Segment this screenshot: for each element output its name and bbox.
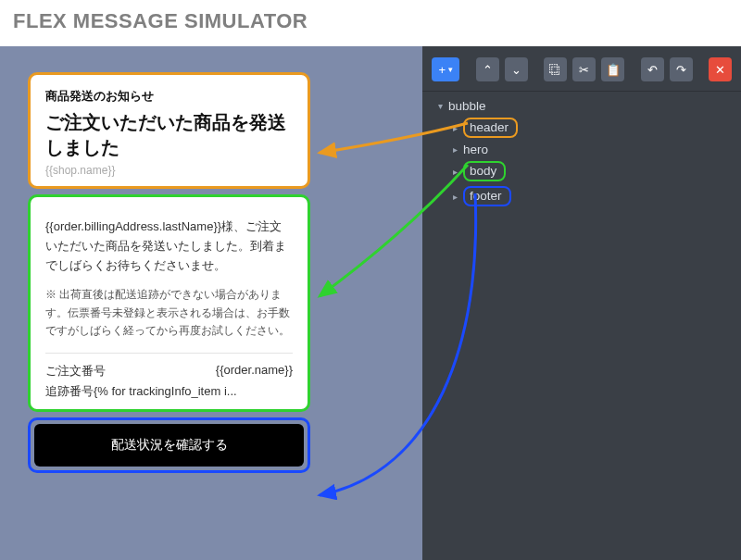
bubble-header-highlight: 商品発送のお知らせ ご注文いただいた商品を発送しました {{shop.name}…	[28, 72, 310, 189]
chevron-down-icon: ⌄	[511, 63, 521, 77]
tree-node-bubble[interactable]: ▾ bubble	[432, 97, 732, 115]
preview-panel: 商品発送のお知らせ ご注文いただいた商品を発送しました {{shop.name}…	[0, 46, 422, 560]
check-delivery-button[interactable]: 配送状況を確認する	[34, 424, 304, 467]
tree-node-header[interactable]: ▸ header	[446, 116, 732, 140]
paste-button[interactable]: 📋	[601, 57, 624, 81]
cut-icon: ✂	[579, 63, 589, 77]
tree-node-label: bubble	[448, 99, 486, 113]
toolbar: + ▾ ⌃ ⌄ ⿻ ✂ 📋 ↶ ↷ ✕	[422, 46, 741, 92]
header-shop-placeholder: {{shop.name}}	[45, 164, 293, 177]
delete-button[interactable]: ✕	[709, 57, 732, 81]
bubble-header[interactable]: 商品発送のお知らせ ご注文いただいた商品を発送しました {{shop.name}…	[31, 75, 308, 186]
order-number-row: ご注文番号 {{order.name}}	[45, 363, 293, 380]
tree-node-body[interactable]: ▸ body	[446, 159, 732, 183]
close-icon: ✕	[715, 63, 725, 77]
header-subtitle: 商品発送のお知らせ	[45, 88, 293, 105]
tree-node-label: footer	[463, 186, 511, 206]
bubble-body[interactable]: {{order.billingAddress.lastName}}様、ご注文いた…	[31, 205, 308, 409]
tree-node-label: header	[463, 118, 518, 138]
chevron-right-icon: ▸	[450, 123, 459, 133]
chevron-right-icon: ▸	[450, 167, 459, 177]
move-down-button[interactable]: ⌄	[505, 57, 528, 81]
body-paragraph: {{order.billingAddress.lastName}}様、ご注文いた…	[45, 218, 293, 275]
chevron-right-icon: ▸	[450, 144, 459, 155]
chevron-down-icon: ▾	[435, 101, 445, 111]
chevron-up-icon: ⌃	[483, 63, 493, 77]
tree-node-label: hero	[463, 143, 488, 156]
copy-button[interactable]: ⿻	[544, 57, 567, 81]
bubble-body-highlight: {{order.billingAddress.lastName}}様、ご注文いた…	[28, 194, 310, 412]
flex-bubble: 商品発送のお知らせ ご注文いただいた商品を発送しました {{shop.name}…	[28, 72, 310, 473]
tracking-number-line: 追跡番号{% for trackingInfo_item i...	[45, 383, 293, 400]
move-up-button[interactable]: ⌃	[476, 57, 499, 81]
structure-panel: + ▾ ⌃ ⌄ ⿻ ✂ 📋 ↶ ↷ ✕ ▾ bubble ▸	[422, 46, 741, 560]
copy-icon: ⿻	[549, 63, 561, 77]
redo-button[interactable]: ↷	[670, 57, 693, 81]
add-button[interactable]: + ▾	[432, 57, 459, 81]
workspace: 商品発送のお知らせ ご注文いただいた商品を発送しました {{shop.name}…	[0, 46, 741, 560]
order-number-label: ご注文番号	[45, 363, 106, 380]
undo-button[interactable]: ↶	[641, 57, 664, 81]
undo-icon: ↶	[647, 63, 658, 77]
app-title: FLEX MESSAGE SIMULATOR	[0, 0, 741, 46]
body-divider	[45, 353, 293, 354]
paste-icon: 📋	[606, 63, 621, 77]
tree-node-footer[interactable]: ▸ footer	[446, 184, 732, 208]
order-number-value: {{order.name}}	[216, 363, 293, 380]
cut-button[interactable]: ✂	[572, 57, 596, 81]
header-title: ご注文いただいた商品を発送しました	[45, 110, 293, 160]
tree-node-hero[interactable]: ▸ hero	[446, 141, 732, 158]
chevron-right-icon: ▸	[450, 192, 459, 202]
structure-tree: ▾ bubble ▸ header ▸ hero ▸ body ▸ f	[422, 92, 741, 215]
bubble-footer-highlight: 配送状況を確認する	[28, 417, 310, 473]
tree-node-label: body	[463, 161, 506, 181]
chevron-down-icon: ▾	[448, 65, 453, 74]
plus-icon: +	[438, 63, 446, 77]
redo-icon: ↷	[676, 63, 686, 77]
body-note: ※ 出荷直後は配送追跡ができない場合があります。伝票番号未登録と表示される場合は…	[45, 286, 293, 340]
